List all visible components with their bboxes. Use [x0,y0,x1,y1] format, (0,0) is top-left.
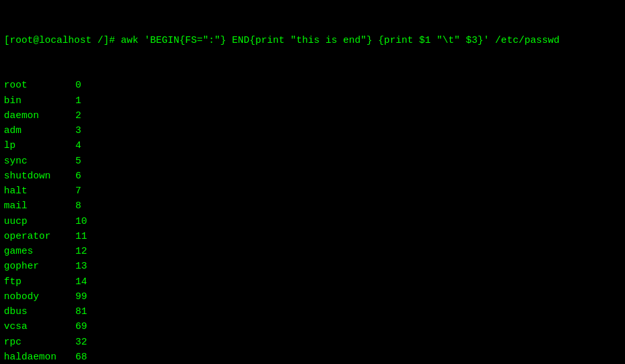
col-username: nobody [4,289,75,304]
col-uid: 32 [75,335,87,350]
col-uid: 12 [75,244,87,259]
table-row: halt7 [4,184,621,199]
col-uid: 4 [75,138,81,153]
table-row: mail8 [4,199,621,213]
col-uid: 14 [75,274,87,289]
table-row: daemon2 [4,108,621,123]
table-row: nobody99 [4,289,621,304]
col-uid: 8 [75,199,81,213]
col-username: dbus [4,304,75,319]
col-username: adm [4,123,75,138]
col-username: sync [4,154,75,169]
col-username: ftp [4,274,75,289]
col-uid: 69 [75,319,87,334]
table-row: vcsa69 [4,319,621,334]
table-row: bin1 [4,93,621,108]
col-uid: 99 [75,289,87,304]
col-username: haldaemon [4,350,75,364]
col-uid: 2 [75,108,81,123]
col-username: halt [4,184,75,199]
col-username: root [4,78,75,93]
table-row: operator11 [4,229,621,244]
col-uid: 10 [75,214,87,229]
col-uid: 11 [75,229,87,244]
col-username: gopher [4,259,75,274]
col-uid: 6 [75,169,81,184]
col-username: rpc [4,335,75,350]
col-username: shutdown [4,169,75,184]
col-username: lp [4,138,75,153]
table-row: sync5 [4,154,621,169]
command-line: [root@localhost /]# awk 'BEGIN{FS=":"} E… [4,33,621,48]
table-row: haldaemon68 [4,350,621,364]
table-row: dbus81 [4,304,621,319]
col-uid: 81 [75,304,87,319]
col-username: games [4,244,75,259]
table-row: shutdown6 [4,169,621,184]
col-username: mail [4,199,75,213]
col-username: daemon [4,108,75,123]
col-uid: 0 [75,78,81,93]
col-username: bin [4,93,75,108]
col-uid: 1 [75,93,81,108]
col-uid: 68 [75,350,87,364]
col-uid: 7 [75,184,81,199]
table-row: adm3 [4,123,621,138]
col-uid: 3 [75,123,81,138]
table-row: ftp14 [4,274,621,289]
table-row: rpc32 [4,335,621,350]
table-row: lp4 [4,138,621,153]
col-username: operator [4,229,75,244]
terminal-window: [root@localhost /]# awk 'BEGIN{FS=":"} E… [4,3,621,361]
table-row: uucp10 [4,214,621,229]
col-username: vcsa [4,319,75,334]
col-username: uucp [4,214,75,229]
col-uid: 13 [75,259,87,274]
output-rows: root0bin1daemon2adm3lp4sync5shutdown6hal… [4,78,621,364]
col-uid: 5 [75,154,81,169]
table-row: games12 [4,244,621,259]
table-row: gopher13 [4,259,621,274]
table-row: root0 [4,78,621,93]
